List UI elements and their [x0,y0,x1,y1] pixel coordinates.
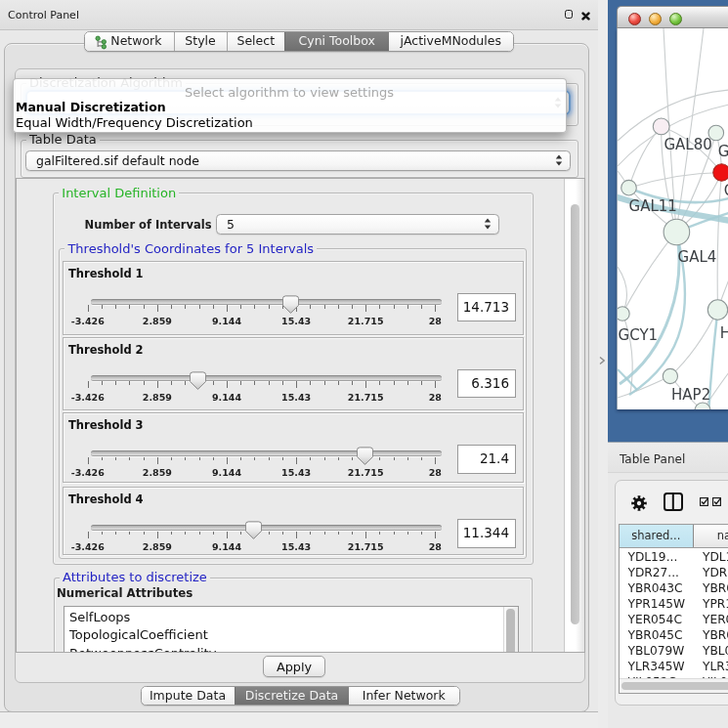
vertical-scrollbar-thumb[interactable] [571,204,579,624]
table-data-combobox[interactable]: galFiltered.sif default node [25,150,571,172]
table-row[interactable]: YBR043CYBR04 [620,580,728,596]
network-canvas[interactable]: GAL80GAL3CDC6GAL11GAL4GCY1HIS4HAP2 [617,28,728,410]
slider-tick [282,457,283,461]
dropdown-item-equal-width[interactable]: Equal Width/Frequency Discretization [16,115,253,130]
attributes-scrollbar[interactable] [503,607,518,653]
table-row[interactable]: YBR045CYBR04 [620,627,728,643]
slider-thumb[interactable] [357,447,373,465]
table-row[interactable]: YER054CYER05 [620,612,728,627]
network-node[interactable] [663,368,677,383]
tab-jactivemnodules[interactable]: jActiveMNodules [389,32,514,51]
network-node-label: GAL80 [664,136,711,153]
close-icon[interactable] [581,12,590,21]
slider-tick [324,532,325,535]
slider-track[interactable] [91,525,442,531]
tab-discretize-data[interactable]: Discretize Data [235,687,349,705]
tab-cyni-toolbox[interactable]: Cyni Toolbox [284,32,389,51]
dropdown-hint-item[interactable]: Select algorithm to view settings [14,85,566,100]
checkbox-icon[interactable] [700,497,708,506]
slider-tick [254,305,255,309]
numerical-attributes-list[interactable]: SelfLoopsTopologicalCoefficientBetweenne… [64,606,519,653]
network-node[interactable] [653,117,669,134]
slider-track[interactable] [91,450,442,456]
network-edge[interactable] [669,309,717,375]
attribute-list-item[interactable]: TopologicalCoefficient [69,627,208,642]
vertical-scrollbar[interactable] [564,179,584,652]
slider-tick [324,305,325,309]
table-row[interactable]: YLR345WYLR34 [620,659,728,674]
network-node-label: GCY1 [618,325,658,343]
slider-tick [88,381,89,388]
slider-tick [144,381,145,385]
table-row[interactable]: YBL079WYBL07 [620,643,728,659]
zoom-traffic-light[interactable] [669,13,682,25]
checkbox-icon[interactable] [712,497,721,506]
network-node-label: GAL3 [717,143,728,160]
dropdown-item-manual-discretization[interactable]: Manual Discretization [16,100,166,114]
tab-infer-network[interactable]: Infer Network [349,687,460,705]
attribute-list-item[interactable]: BetweennessCentrality [69,646,216,654]
network-edge[interactable] [628,172,721,188]
column-header-name[interactable]: name [694,525,728,547]
close-traffic-light[interactable] [628,13,641,25]
column-header-shared-name[interactable]: shared... [620,525,695,547]
numerical-attributes-label: Numerical Attributes [57,586,193,600]
network-node[interactable] [618,306,629,320]
cell-name: YLR34 [703,659,728,674]
slider-tick [435,532,436,538]
threshold-value-field[interactable]: 14.713 [457,293,516,322]
slider-tick-label: 9.144 [212,316,241,326]
split-pane-icon[interactable] [664,492,683,511]
slider-tick [157,381,158,388]
slider-tick [254,381,255,385]
slider-tick [421,305,422,309]
table-row[interactable]: YPR145WYPR14 [620,596,728,612]
slider-thumb[interactable] [245,521,262,539]
network-edge-highlighted[interactable] [620,232,679,383]
splitter-collapse-arrow[interactable] [599,357,605,364]
number-of-intervals-combobox[interactable]: 5 [216,214,499,235]
network-edge[interactable] [717,172,721,309]
table-row[interactable]: YDL19...YDL19 [620,549,728,565]
slider-thumb[interactable] [190,371,206,390]
attributes-scrollbar-thumb[interactable] [506,609,515,653]
gear-icon[interactable] [631,495,647,511]
network-node[interactable] [621,180,636,195]
table-row[interactable]: YDR27...YDR27 [620,565,728,580]
network-edge[interactable] [628,126,661,188]
tab-network[interactable]: Network [85,32,174,51]
network-node[interactable] [664,219,690,245]
table-data-title: Table Data [26,132,100,148]
slider-thumb[interactable] [282,295,299,314]
slider-tick-label: -3.426 [71,316,105,326]
slider-tick [199,305,200,309]
float-window-icon[interactable] [565,10,574,19]
horizontal-scrollbar[interactable] [620,678,728,693]
slider-tick [102,305,103,309]
tab-style[interactable]: Style [174,32,227,51]
tab-select[interactable]: Select [227,32,285,51]
slider-track[interactable] [91,299,442,305]
slider-tick [379,305,380,309]
slider-tick-label: 2.859 [143,392,172,403]
network-node[interactable] [712,163,728,180]
slider-tick [407,532,408,535]
slider-tick [129,532,130,535]
window-title: Control Panel [8,9,79,21]
network-node[interactable] [707,125,723,141]
apply-button[interactable]: Apply [263,656,325,677]
threshold-value-field[interactable]: 6.316 [457,369,516,399]
slider-tick [115,457,116,461]
slider-tick [310,381,311,385]
attribute-list-item[interactable]: SelfLoops [69,610,130,624]
tab-impute-data[interactable]: Impute Data [142,687,235,705]
slider-tick [407,381,408,385]
threshold-value-field[interactable]: 21.4 [457,445,516,474]
slider-track[interactable] [91,375,442,381]
network-node[interactable] [707,299,727,319]
threshold-value-field[interactable]: 11.344 [457,519,516,548]
network-edge[interactable] [622,231,676,313]
minimize-traffic-light[interactable] [649,13,662,25]
slider-tick-label: 9.144 [212,467,241,478]
horizontal-scrollbar-thumb[interactable] [621,682,728,691]
